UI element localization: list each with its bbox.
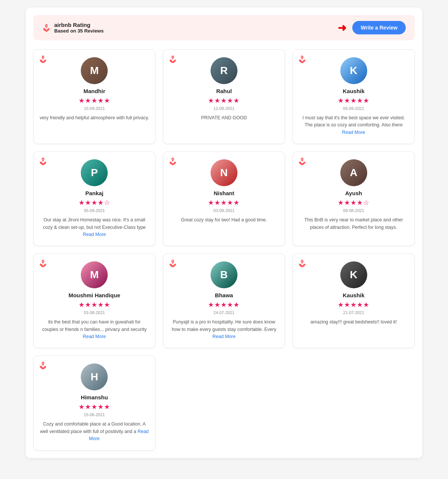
review-count: 35: [77, 28, 83, 34]
review-date-moushmi: 03-08-2021: [40, 310, 149, 315]
reviewer-name-nishant: Nishant: [169, 190, 279, 196]
header: airbnb Rating Based on 35 Reviews ➜ Writ…: [33, 15, 415, 40]
stars-nishant: ★★★★★: [169, 199, 279, 207]
reviewer-name-ayush: Ayush: [299, 190, 408, 196]
avatar-mandhir: M: [81, 57, 108, 84]
avatar-pankaj: P: [81, 159, 108, 186]
avatar-kaushik2: K: [340, 261, 367, 288]
airbnb-logo-card: [169, 157, 177, 165]
card-airbnb-logo-mandhir: [39, 55, 47, 65]
reviewer-name-himanshu: Himanshu: [40, 394, 149, 400]
airbnb-logo-card: [39, 361, 47, 369]
read-more-link-bhawa[interactable]: Read More: [212, 334, 236, 339]
avatar-ayush: A: [340, 159, 367, 186]
stars-mandhir: ★★★★★: [40, 96, 149, 105]
read-more-link-kaushik1[interactable]: Read More: [342, 130, 365, 135]
review-date-mandhir: 15-09-2021: [40, 106, 149, 111]
avatar-nishant: N: [211, 159, 237, 186]
review-date-nishant: 03-09-2021: [169, 208, 279, 213]
review-card-bhawa: B Bhawa ★★★★★ 24-07-2021 Punyajit is a p…: [163, 254, 285, 348]
stars-pankaj: ★★★★☆: [40, 199, 149, 207]
stars-kaushik1: ★★★★★: [299, 96, 408, 105]
review-card-ayush: A Ayush ★★★★☆ 08-08-2021 This BnB is ver…: [292, 151, 415, 246]
reviewer-name-bhawa: Bhawa: [169, 292, 279, 298]
airbnb-logo-card: [298, 157, 306, 165]
card-airbnb-logo-nishant: [169, 157, 177, 167]
review-card-rahul: R Rahul ★★★★★ 12-09-2021 PRIVATE AND GOO…: [163, 49, 285, 144]
card-airbnb-logo-kaushik2: [298, 259, 306, 269]
avatar-himanshu: H: [81, 363, 108, 390]
write-review-button[interactable]: Write a Review: [352, 21, 406, 34]
review-date-ayush: 08-08-2021: [299, 208, 408, 213]
read-more-link-himanshu[interactable]: Read More: [89, 429, 148, 441]
stars-moushmi: ★★★★★: [40, 301, 149, 309]
review-card-mandhir: M Mandhir ★★★★★ 15-09-2021 very friendly…: [33, 49, 156, 144]
header-text: airbnb Rating Based on 35 Reviews: [54, 22, 104, 34]
reviewer-name-moushmi: Moushmi Handique: [40, 292, 149, 298]
review-card-himanshu: H Himanshu ★★★★★ 15-06-2021 Cozy and com…: [33, 356, 156, 450]
review-card-moushmi: M Moushmi Handique ★★★★★ 03-08-2021 its …: [33, 254, 156, 348]
reviewer-name-pankaj: Pankaj: [40, 190, 149, 196]
stars-rahul: ★★★★★: [169, 96, 279, 105]
stars-ayush: ★★★★☆: [299, 199, 408, 207]
card-airbnb-logo-ayush: [298, 157, 306, 167]
header-left: airbnb Rating Based on 35 Reviews: [42, 22, 104, 34]
card-airbnb-logo-moushmi: [39, 259, 47, 269]
card-airbnb-logo-pankaj: [39, 157, 47, 167]
card-airbnb-logo-himanshu: [39, 361, 47, 371]
header-title: airbnb Rating: [54, 22, 104, 28]
review-text-bhawa: Punyajit is a pro in hospitality. He sur…: [169, 319, 279, 340]
review-card-kaushik2: K Kaushik ★★★★★ 21-07-2021 amazing stay!…: [292, 254, 415, 348]
review-text-rahul: PRIVATE AND GOOD: [169, 114, 279, 122]
review-date-rahul: 12-09-2021: [169, 106, 279, 111]
read-more-link-moushmi[interactable]: Read More: [83, 334, 106, 339]
reviewer-name-mandhir: Mandhir: [40, 88, 149, 94]
review-text-kaushik1: I must say that it's the best space we e…: [299, 114, 408, 136]
airbnb-logo-card: [298, 55, 306, 63]
header-subtitle: Based on 35 Reviews: [54, 28, 104, 34]
read-more-link-pankaj[interactable]: Read More: [83, 232, 106, 237]
airbnb-logo-header: [42, 24, 50, 32]
review-date-himanshu: 15-06-2021: [40, 412, 149, 417]
reviews-grid: M Mandhir ★★★★★ 15-09-2021 very friendly…: [33, 49, 415, 451]
review-date-kaushik1: 06-09-2021: [299, 106, 408, 111]
reviewer-name-rahul: Rahul: [169, 88, 279, 94]
header-right: ➜ Write a Review: [338, 21, 406, 34]
airbnb-logo-card: [169, 55, 177, 63]
avatar-moushmi: M: [81, 261, 108, 288]
review-text-himanshu: Cozy and comfortable place at a Good loc…: [40, 421, 149, 442]
review-text-kaushik2: amazing stay!!! great bedsheets!! loved …: [299, 319, 408, 326]
page-wrapper: airbnb Rating Based on 35 Reviews ➜ Writ…: [26, 7, 422, 458]
review-date-pankaj: 05-09-2021: [40, 208, 149, 213]
airbnb-logo-card: [298, 259, 306, 267]
airbnb-logo-card: [39, 55, 47, 63]
review-card-nishant: N Nishant ★★★★★ 03-09-2021 Great cozy st…: [163, 151, 285, 246]
airbnb-logo-card: [39, 157, 47, 165]
review-date-kaushik2: 21-07-2021: [299, 310, 408, 315]
review-text-moushmi: its the best that you can have in guwaha…: [40, 319, 149, 340]
review-card-pankaj: P Pankaj ★★★★☆ 05-09-2021 Our stay at Ji…: [33, 151, 156, 246]
review-text-ayush: This BnB is very near to market place an…: [299, 217, 408, 231]
avatar-rahul: R: [211, 57, 237, 84]
arrow-icon: ➜: [338, 22, 346, 34]
avatar-bhawa: B: [211, 261, 237, 288]
review-text-pankaj: Our stay at Jironi Homestay was nice. It…: [40, 217, 149, 238]
review-text-nishant: Great cozy stay for two! Had a good time…: [169, 217, 279, 224]
airbnb-logo-card: [39, 259, 47, 267]
review-label: Reviews: [84, 28, 104, 34]
airbnb-logo-card: [169, 259, 177, 267]
review-card-kaushik1: K Kaushik ★★★★★ 06-09-2021 I must say th…: [292, 49, 415, 144]
stars-bhawa: ★★★★★: [169, 301, 279, 309]
avatar-kaushik1: K: [340, 57, 367, 84]
card-airbnb-logo-bhawa: [169, 259, 177, 269]
card-airbnb-logo-kaushik1: [298, 55, 306, 65]
stars-himanshu: ★★★★★: [40, 403, 149, 411]
review-text-mandhir: very friendly and helpful atmosphere wit…: [40, 114, 149, 122]
reviewer-name-kaushik2: Kaushik: [299, 292, 408, 298]
reviewer-name-kaushik1: Kaushik: [299, 88, 408, 94]
card-airbnb-logo-rahul: [169, 55, 177, 65]
stars-kaushik2: ★★★★★: [299, 301, 408, 309]
review-date-bhawa: 24-07-2021: [169, 310, 279, 315]
